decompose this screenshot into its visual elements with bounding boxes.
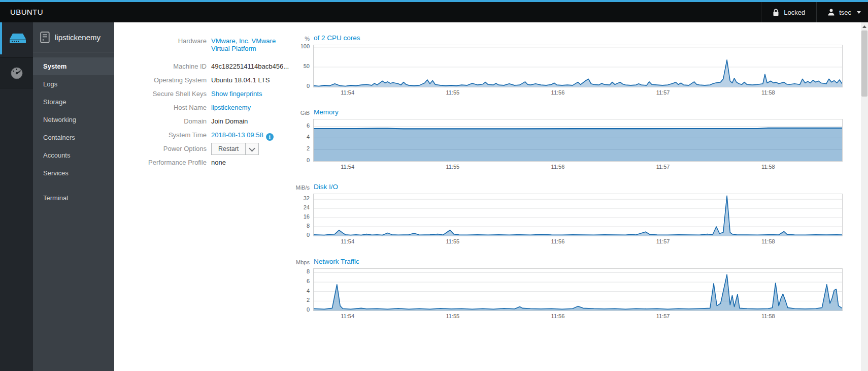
disk-io-ytick-32: 32 bbox=[284, 195, 310, 201]
memory-title-link[interactable]: Memory bbox=[314, 108, 339, 116]
host-name-row-label: Host Name bbox=[124, 102, 207, 111]
disk-io-ytick-0: 0 bbox=[284, 232, 310, 238]
disk-io-title-link[interactable]: Disk I/O bbox=[314, 183, 338, 191]
memory-plot-area[interactable] bbox=[313, 119, 843, 162]
os-label: Operating System bbox=[124, 75, 207, 84]
power-options-label: Power Options bbox=[124, 143, 207, 152]
cpu-unit-label: % bbox=[284, 36, 310, 42]
system-time-link[interactable]: 2018-08-13 09:58 bbox=[211, 131, 263, 139]
disk-io-ytick-24: 24 bbox=[284, 204, 310, 210]
cpu-xtick-1157: 11:57 bbox=[650, 89, 676, 96]
power-options-dropdown-button[interactable] bbox=[246, 143, 259, 155]
memory-ytick-2: 2 bbox=[284, 145, 310, 151]
memory-xtick-1156: 11:56 bbox=[545, 164, 571, 170]
cpu-ytick-100: 100 bbox=[284, 43, 310, 49]
cpu-xtick-1156: 11:56 bbox=[545, 89, 571, 96]
host-header[interactable]: lipstickenemy bbox=[33, 22, 114, 52]
cpu-title-link[interactable]: of 2 CPU cores bbox=[314, 34, 360, 42]
memory-unit-label: GiB bbox=[284, 110, 310, 116]
sidebar-item-terminal[interactable]: Terminal bbox=[33, 189, 114, 207]
chart-memory: GiBMemory642011:5411:5511:5611:5711:58 bbox=[284, 108, 865, 171]
network-ytick-2: 2 bbox=[284, 297, 310, 303]
sidebar-item-containers[interactable]: Containers bbox=[33, 129, 114, 146]
disk-io-xtick-1154: 11:54 bbox=[335, 238, 360, 244]
network-ytick-0: 0 bbox=[284, 306, 310, 313]
sidebar-item-networking[interactable]: Networking bbox=[33, 111, 114, 129]
disk-io-ytick-16: 16 bbox=[284, 213, 310, 220]
rail-item-dashboard[interactable] bbox=[0, 57, 33, 88]
lock-icon bbox=[773, 9, 779, 16]
performance-profile-value: none bbox=[211, 157, 226, 166]
performance-profile-label: Performance Profile bbox=[124, 157, 207, 166]
disk-io-ytick-8: 8 bbox=[284, 223, 310, 229]
disk-io-plot-area[interactable] bbox=[313, 194, 843, 236]
cpu-xtick-1154: 11:54 bbox=[335, 89, 360, 96]
server-icon bbox=[9, 33, 27, 45]
system-time-label: System Time bbox=[124, 130, 207, 139]
os-value: Ubuntu 18.04.1 LTS bbox=[211, 75, 270, 84]
memory-xtick-1157: 11:57 bbox=[650, 164, 676, 170]
disk-io-unit-label: MiB/s bbox=[284, 184, 310, 191]
chart-network: MbpsNetwork Traffic8642011:5411:5511:561… bbox=[284, 257, 865, 321]
user-menu[interactable]: tsec bbox=[816, 2, 868, 22]
machine-id-label: Machine ID bbox=[124, 61, 207, 70]
network-unit-label: Mbps bbox=[284, 259, 310, 265]
info-row-power-options: Power Options Restart bbox=[124, 143, 292, 157]
scrollbar-up-arrow[interactable] bbox=[861, 23, 868, 29]
vertical-scrollbar[interactable] bbox=[861, 22, 868, 371]
ssh-keys-label: Secure Shell Keys bbox=[124, 88, 207, 98]
memory-xtick-1158: 11:58 bbox=[755, 164, 781, 170]
cpu-ytick-50: 50 bbox=[284, 63, 310, 69]
chevron-down-icon bbox=[249, 145, 255, 151]
sidebar-item-accounts[interactable]: Accounts bbox=[33, 146, 114, 164]
sidebar-item-system[interactable]: System bbox=[33, 57, 114, 75]
info-row-host-name: Host Name lipstickenemy bbox=[124, 102, 292, 116]
disk-io-xtick-1157: 11:57 bbox=[650, 238, 676, 244]
cpu-ytick-0: 0 bbox=[284, 83, 310, 89]
host-name-label: lipstickenemy bbox=[55, 33, 101, 42]
info-row-performance-profile: Performance Profile none bbox=[124, 157, 292, 171]
info-row-ssh-keys: Secure Shell Keys Show fingerprints bbox=[124, 88, 292, 102]
hardware-label: Hardware bbox=[124, 36, 207, 45]
info-row-machine-id: Machine ID 49c1822514114bacb456... bbox=[124, 61, 292, 75]
machine-rail bbox=[0, 22, 33, 371]
hardware-link[interactable]: VMware, Inc. VMware Virtual Platform bbox=[211, 37, 276, 52]
dashboard-gauge-icon bbox=[10, 67, 23, 80]
sidebar-nav: System Logs Storage Networking Container… bbox=[33, 57, 114, 207]
host-name-link[interactable]: lipstickenemy bbox=[211, 104, 251, 111]
join-domain-value[interactable]: Join Domain bbox=[211, 116, 248, 125]
info-row-domain: Domain Join Domain bbox=[124, 116, 292, 130]
sidebar-item-storage[interactable]: Storage bbox=[33, 93, 114, 111]
rail-item-machine[interactable] bbox=[0, 22, 33, 54]
chevron-down-icon bbox=[857, 11, 861, 14]
network-xtick-1157: 11:57 bbox=[650, 313, 676, 319]
info-row-os: Operating System Ubuntu 18.04.1 LTS bbox=[124, 75, 292, 88]
network-title-link[interactable]: Network Traffic bbox=[314, 258, 359, 265]
chart-disk-io: MiB/sDisk I/O3224168011:5411:5511:5611:5… bbox=[284, 182, 865, 246]
brand-title: UBUNTU bbox=[10, 2, 43, 22]
disk-io-xtick-1158: 11:58 bbox=[755, 238, 781, 244]
network-ytick-8: 8 bbox=[284, 268, 310, 274]
scrollbar-thumb[interactable] bbox=[861, 30, 867, 97]
locked-label: Locked bbox=[784, 9, 805, 16]
sidebar-item-services[interactable]: Services bbox=[33, 164, 114, 182]
network-plot-area[interactable] bbox=[313, 268, 843, 311]
memory-xtick-1154: 11:54 bbox=[335, 164, 360, 170]
cpu-plot-area[interactable] bbox=[313, 45, 843, 87]
network-xtick-1156: 11:56 bbox=[545, 313, 571, 319]
cpu-xtick-1155: 11:55 bbox=[440, 89, 465, 96]
user-icon bbox=[828, 9, 834, 16]
domain-label: Domain bbox=[124, 116, 207, 125]
username-label: tsec bbox=[839, 9, 851, 16]
machine-id-value: 49c1822514114bacb456... bbox=[211, 61, 289, 70]
sidebar-item-logs[interactable]: Logs bbox=[33, 75, 114, 93]
info-row-system-time: System Time 2018-08-13 09:58i bbox=[124, 130, 292, 143]
cpu-xtick-1158: 11:58 bbox=[755, 89, 781, 96]
restart-button[interactable]: Restart bbox=[211, 143, 246, 155]
show-fingerprints-link[interactable]: Show fingerprints bbox=[211, 90, 262, 98]
locked-button[interactable]: Locked bbox=[761, 2, 816, 22]
memory-ytick-6: 6 bbox=[284, 122, 310, 129]
network-ytick-6: 6 bbox=[284, 278, 310, 284]
navbar-right-group: Locked tsec bbox=[761, 2, 868, 22]
info-icon[interactable]: i bbox=[266, 133, 274, 141]
